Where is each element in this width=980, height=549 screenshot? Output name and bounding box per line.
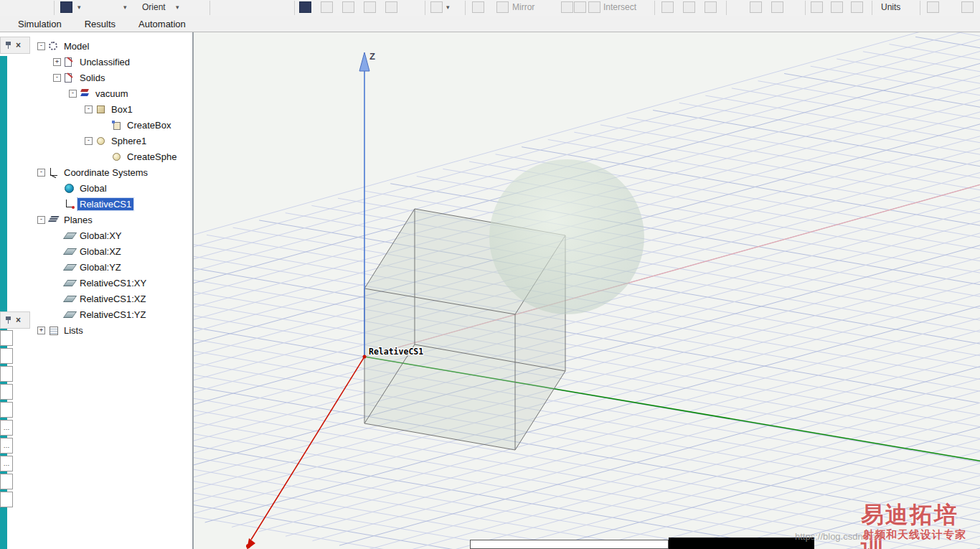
- tree-item-solids[interactable]: -Solids: [30, 70, 192, 85]
- tree-item-coordinate-systems[interactable]: -Coordinate Systems: [30, 164, 192, 180]
- rail-cell-3[interactable]: [0, 384, 13, 400]
- tool-icon[interactable]: [385, 1, 397, 13]
- tree-item-relativecs1-xz[interactable]: RelativeCS1:XZ: [30, 291, 192, 306]
- units-button[interactable]: Units: [881, 2, 900, 12]
- tree-label[interactable]: RelativeCS1:XY: [77, 277, 149, 289]
- tree-item-relativecs1[interactable]: RelativeCS1: [30, 196, 192, 212]
- collapse-expander-icon[interactable]: -: [53, 74, 61, 82]
- tree-label[interactable]: Global:XY: [77, 230, 124, 242]
- tool-icon[interactable]: [342, 1, 354, 13]
- rail-cell-0[interactable]: [0, 330, 13, 346]
- orient-button[interactable]: Orient: [142, 2, 166, 12]
- tool-icon[interactable]: [299, 1, 311, 13]
- collapse-expander-icon[interactable]: -: [69, 90, 77, 98]
- tree-label[interactable]: Planes: [62, 214, 95, 226]
- tool-icon[interactable]: [851, 1, 863, 13]
- pin-icon[interactable]: [4, 41, 12, 50]
- close-icon[interactable]: ×: [16, 316, 21, 324]
- close-icon[interactable]: ×: [16, 42, 21, 49]
- tree-label[interactable]: RelativeCS1: [77, 198, 133, 210]
- tool-icon[interactable]: [561, 1, 573, 13]
- rail-cell-6[interactable]: …: [0, 438, 13, 454]
- tab-automation[interactable]: Automation: [138, 19, 186, 29]
- mirror-button[interactable]: Mirror: [512, 2, 534, 12]
- chevron-down-icon[interactable]: ▾: [176, 4, 179, 11]
- intersect-button[interactable]: Intersect: [603, 2, 636, 12]
- tool-icon[interactable]: [750, 1, 762, 13]
- rail-cell-9[interactable]: [0, 492, 13, 507]
- 3d-viewport[interactable]: Z RelativeCS1: [194, 32, 980, 549]
- tree-item-createsphe[interactable]: CreateSphe: [30, 149, 192, 164]
- rail-cell-5[interactable]: …: [0, 420, 13, 436]
- tree-label[interactable]: RelativeCS1:YZ: [77, 309, 148, 321]
- tree-label[interactable]: RelativeCS1:XZ: [77, 293, 148, 305]
- rail-cell-1[interactable]: [0, 348, 13, 364]
- tool-icon[interactable]: [831, 1, 843, 13]
- tree-label[interactable]: Sphere1: [109, 135, 149, 147]
- rail-cell-2[interactable]: [0, 366, 13, 382]
- tree-item-global[interactable]: Global: [30, 180, 192, 196]
- tool-icon[interactable]: [321, 1, 333, 13]
- tree-item-relativecs1-yz[interactable]: RelativeCS1:YZ: [30, 306, 192, 322]
- tree-item-planes[interactable]: -Planes: [30, 212, 192, 227]
- tree-label[interactable]: CreateBox: [125, 119, 173, 131]
- collapse-expander-icon[interactable]: -: [37, 42, 45, 50]
- collapse-expander-icon[interactable]: -: [85, 105, 93, 113]
- rail-cell-4[interactable]: [0, 402, 13, 418]
- intersect-icon[interactable]: [588, 1, 600, 13]
- mirror-icon[interactable]: [496, 1, 509, 13]
- tool-icon[interactable]: [811, 1, 823, 13]
- coordinate-input[interactable]: [470, 540, 669, 549]
- tree-item-createbox[interactable]: CreateBox: [30, 117, 192, 133]
- tree-item-sphere1[interactable]: -Sphere1: [30, 133, 192, 149]
- tool-icon[interactable]: [927, 1, 939, 13]
- collapse-expander-icon[interactable]: -: [37, 169, 45, 177]
- tree-label[interactable]: CreateSphe: [125, 151, 179, 163]
- tree-item-vacuum[interactable]: -vacuum: [30, 85, 192, 101]
- toolbar-separator: [654, 1, 655, 15]
- tool-icon[interactable]: [705, 1, 717, 13]
- tree-label[interactable]: Global:YZ: [77, 261, 123, 273]
- tool-icon[interactable]: [364, 1, 376, 13]
- chevron-down-icon[interactable]: ▾: [123, 4, 127, 11]
- tree-item-global-xz[interactable]: Global:XZ: [30, 243, 192, 259]
- sphere1-solid[interactable]: [489, 159, 644, 314]
- tree-label[interactable]: vacuum: [93, 88, 131, 100]
- tree-label[interactable]: Lists: [62, 324, 85, 337]
- collapse-expander-icon[interactable]: -: [85, 137, 93, 145]
- chevron-down-icon[interactable]: ▾: [446, 4, 450, 11]
- tool-icon[interactable]: [961, 1, 974, 13]
- tab-results[interactable]: Results: [85, 19, 116, 29]
- tree-label[interactable]: Box1: [109, 103, 135, 116]
- tree-label[interactable]: Solids: [77, 72, 107, 84]
- tree-item-relativecs1-xy[interactable]: RelativeCS1:XY: [30, 275, 192, 291]
- chevron-down-icon[interactable]: ▾: [77, 4, 81, 11]
- expand-expander-icon[interactable]: +: [53, 58, 61, 66]
- rail-cell-8[interactable]: [0, 474, 13, 489]
- tree-label[interactable]: Unclassified: [77, 56, 132, 68]
- material-icon: [80, 88, 90, 98]
- tool-icon[interactable]: [574, 1, 586, 13]
- tree-label[interactable]: Global: [77, 182, 109, 194]
- tool-icon[interactable]: [683, 1, 695, 13]
- tree-item-model[interactable]: -Model: [30, 38, 192, 54]
- tool-icon[interactable]: [60, 1, 72, 13]
- tool-icon[interactable]: [661, 1, 674, 13]
- tool-icon[interactable]: [771, 1, 783, 13]
- pin-icon[interactable]: [4, 316, 12, 324]
- tree-item-global-xy[interactable]: Global:XY: [30, 227, 192, 243]
- tree-item-unclassified[interactable]: +Unclassified: [30, 54, 192, 70]
- rail-cell-7[interactable]: …: [0, 456, 13, 471]
- tool-icon[interactable]: [430, 1, 443, 13]
- tree-label[interactable]: Model: [62, 40, 91, 52]
- collapse-expander-icon[interactable]: -: [37, 216, 45, 224]
- tool-icon[interactable]: [472, 1, 484, 13]
- tree-item-box1[interactable]: -Box1: [30, 101, 192, 117]
- model-tree-panel[interactable]: -Model+Unclassified-Solids-vacuum-Box1Cr…: [30, 32, 194, 549]
- tab-simulation[interactable]: Simulation: [18, 19, 62, 29]
- expand-expander-icon[interactable]: +: [37, 327, 45, 334]
- tree-item-global-yz[interactable]: Global:YZ: [30, 259, 192, 275]
- tree-label[interactable]: Global:XZ: [77, 245, 123, 258]
- tree-item-lists[interactable]: +Lists: [30, 322, 192, 338]
- tree-label[interactable]: Coordinate Systems: [62, 166, 150, 179]
